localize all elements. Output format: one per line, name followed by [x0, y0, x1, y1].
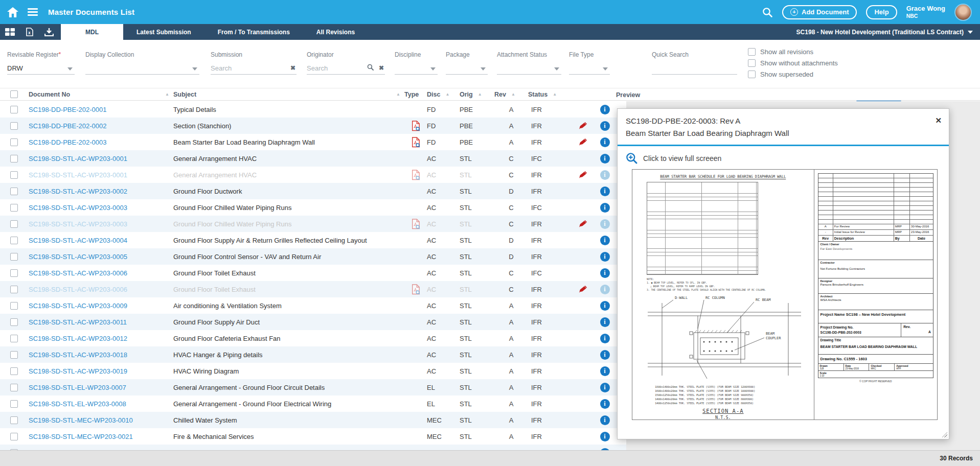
info-icon[interactable]: i: [600, 170, 610, 180]
checkbox[interactable]: [748, 71, 756, 78]
markup-brush-icon[interactable]: [572, 285, 594, 294]
sort-icon[interactable]: ▲: [511, 92, 515, 97]
info-icon[interactable]: i: [600, 236, 610, 245]
document-link[interactable]: SC198-SD-STL-AC-WP203-0005: [29, 253, 173, 261]
row-checkbox[interactable]: [10, 204, 18, 212]
info-icon[interactable]: i: [600, 187, 610, 196]
row-checkbox[interactable]: [10, 269, 18, 277]
row-checkbox[interactable]: [10, 367, 18, 375]
info-icon[interactable]: i: [600, 399, 610, 409]
project-selector[interactable]: SC198 - New Hotel Development (Tradition…: [796, 29, 973, 36]
document-link[interactable]: SC198-SD-STL-AC-WP203-0004: [29, 237, 173, 244]
pdf-icon[interactable]: [404, 104, 427, 115]
document-link[interactable]: SC198-SD-STL-EL-WP203-0007: [29, 384, 173, 391]
pdf-icon[interactable]: [404, 382, 427, 393]
markup-brush-icon[interactable]: [572, 301, 594, 310]
sort-icon[interactable]: ▲: [396, 92, 400, 97]
info-icon[interactable]: i: [600, 383, 610, 392]
markup-brush-icon[interactable]: [572, 187, 594, 196]
markup-brush-icon[interactable]: [572, 400, 594, 408]
markup-brush-icon[interactable]: [572, 318, 594, 327]
pdf-icon[interactable]: [404, 202, 427, 213]
row-checkbox[interactable]: [10, 237, 18, 244]
markup-brush-icon[interactable]: [572, 269, 594, 277]
markup-brush-icon[interactable]: [572, 252, 594, 261]
pdf-icon[interactable]: [404, 431, 427, 442]
document-link[interactable]: SC198-SD-STL-AC-WP203-0001: [29, 171, 173, 179]
markup-brush-icon[interactable]: [572, 383, 594, 392]
pdf-icon[interactable]: [404, 153, 427, 164]
tab-latest-submission[interactable]: Latest Submission: [123, 24, 204, 40]
search-icon[interactable]: [762, 7, 773, 18]
pdf-icon[interactable]: [404, 366, 427, 377]
tab-from-to-transmissions[interactable]: From / To Transmissions: [204, 24, 303, 40]
submission-input[interactable]: [211, 62, 297, 75]
info-icon[interactable]: i: [600, 285, 610, 294]
info-icon[interactable]: i: [600, 366, 610, 376]
row-checkbox[interactable]: [10, 384, 18, 391]
row-checkbox[interactable]: [10, 400, 18, 408]
row-checkbox[interactable]: [10, 138, 18, 146]
document-link[interactable]: SC198-SD-STL-AC-WP203-0019: [29, 367, 173, 375]
help-button[interactable]: Help: [866, 5, 897, 19]
quick-search-input[interactable]: [652, 62, 737, 75]
row-checkbox[interactable]: [10, 433, 18, 440]
info-icon[interactable]: i: [600, 350, 610, 360]
markup-brush-icon[interactable]: [572, 171, 594, 179]
document-link[interactable]: SC198-DD-PBE-202-0002: [29, 122, 173, 130]
document-link[interactable]: SC198-DD-PBE-202-0001: [29, 106, 173, 113]
info-icon[interactable]: i: [600, 268, 610, 278]
checkbox[interactable]: [748, 48, 756, 56]
menu-icon[interactable]: [28, 8, 38, 16]
info-icon[interactable]: i: [600, 105, 610, 114]
markup-brush-icon[interactable]: [572, 154, 594, 163]
document-link[interactable]: SC198-SD-STL-AC-WP203-0006: [29, 286, 173, 293]
column-orig[interactable]: Orig: [460, 91, 473, 98]
column-disc[interactable]: Disc: [427, 91, 440, 98]
markup-brush-icon[interactable]: [572, 122, 594, 130]
markup-brush-icon[interactable]: [572, 105, 594, 114]
pdf-icon[interactable]: [404, 137, 427, 148]
info-icon[interactable]: i: [600, 219, 610, 229]
document-link[interactable]: SC198-SD-STL-MEC-WP203-0010: [29, 416, 173, 424]
pdf-icon[interactable]: [404, 333, 427, 344]
row-checkbox[interactable]: [10, 171, 18, 179]
row-checkbox[interactable]: [10, 351, 18, 359]
show-superseded-option[interactable]: Show superseded: [748, 71, 838, 78]
home-icon[interactable]: [7, 7, 18, 17]
select-all-checkbox[interactable]: [10, 90, 18, 98]
markup-brush-icon[interactable]: [572, 334, 594, 343]
row-checkbox[interactable]: [10, 220, 18, 228]
markup-brush-icon[interactable]: [572, 236, 594, 245]
info-icon[interactable]: i: [600, 301, 610, 311]
clear-icon[interactable]: ✖: [290, 64, 295, 72]
info-icon[interactable]: i: [600, 154, 610, 164]
document-link[interactable]: SC198-SD-STL-AC-WP203-0001: [29, 155, 173, 162]
column-subject[interactable]: Subject: [173, 91, 196, 98]
row-checkbox[interactable]: [10, 155, 18, 162]
row-checkbox[interactable]: [10, 106, 18, 113]
document-link[interactable]: SC198-SD-STL-AC-WP203-0011: [29, 318, 173, 326]
pdf-icon[interactable]: [404, 235, 427, 246]
row-checkbox[interactable]: [10, 253, 18, 261]
sort-icon[interactable]: ▲: [553, 92, 557, 97]
attachment-status-select[interactable]: [497, 64, 561, 75]
document-link[interactable]: SC198-SD-STL-MEC-WP203-0021: [29, 433, 173, 440]
avatar[interactable]: [954, 4, 972, 21]
pdf-icon[interactable]: [404, 300, 427, 311]
markup-brush-icon[interactable]: [572, 367, 594, 376]
document-link[interactable]: SC198-SD-STL-AC-WP203-0002: [29, 188, 173, 195]
document-link[interactable]: SC198-SD-STL-AC-WP203-0009: [29, 302, 173, 310]
info-icon[interactable]: i: [600, 334, 610, 343]
sort-icon[interactable]: ▲: [165, 92, 169, 97]
markup-brush-icon[interactable]: [572, 138, 594, 147]
info-icon[interactable]: i: [600, 121, 610, 131]
show-without-attachments-option[interactable]: Show without attachments: [748, 59, 838, 67]
info-icon[interactable]: i: [600, 432, 610, 441]
pdf-icon[interactable]: [404, 186, 427, 197]
row-checkbox[interactable]: [10, 302, 18, 310]
pdf-icon[interactable]: [404, 399, 427, 409]
sort-icon[interactable]: ▲: [478, 92, 482, 97]
pdf-icon[interactable]: [404, 350, 427, 360]
pdf-icon[interactable]: [404, 317, 427, 328]
